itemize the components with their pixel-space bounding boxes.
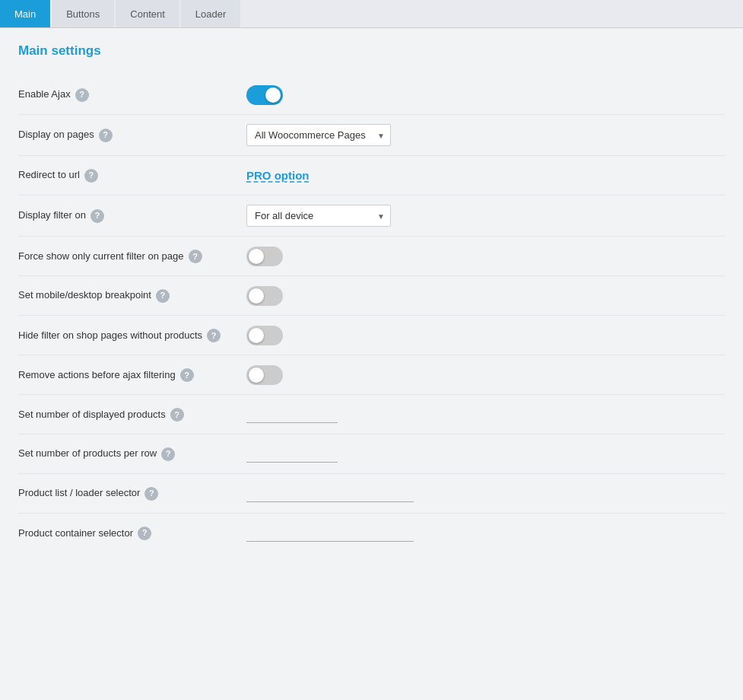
setting-row-hide-filter: Hide filter on shop pages without produc… (18, 316, 725, 355)
force-show-track (246, 247, 283, 266)
redirect-url-control: PRO option (246, 169, 725, 182)
breakpoint-help-icon[interactable]: ? (156, 289, 170, 303)
remove-actions-text: Remove actions before ajax filtering (18, 368, 176, 382)
product-container-selector-label: Product container selector ? (18, 527, 246, 540)
products-per-row-control (246, 446, 725, 463)
product-list-selector-input[interactable] (246, 485, 414, 502)
product-container-selector-text: Product container selector (18, 527, 133, 540)
setting-row-product-container-selector: Product container selector ? (18, 514, 725, 553)
force-show-text: Force show only current filter on page (18, 250, 184, 263)
tab-content[interactable]: Content (116, 0, 179, 27)
display-filter-select-wrapper: For all device Mobile only Desktop only (246, 205, 391, 227)
hide-filter-toggle[interactable] (246, 326, 283, 345)
num-products-text: Set number of displayed products (18, 408, 166, 422)
hide-filter-label: Hide filter on shop pages without produc… (18, 327, 246, 342)
setting-row-product-list-selector: Product list / loader selector ? (18, 474, 725, 514)
remove-actions-track (246, 365, 283, 385)
product-container-selector-help-icon[interactable]: ? (138, 527, 151, 540)
enable-ajax-knob (265, 88, 281, 103)
force-show-toggle[interactable] (246, 247, 283, 266)
num-products-label: Set number of displayed products ? (18, 406, 246, 422)
display-pages-control: All Woocommerce Pages Shop Page Only Cat… (246, 124, 725, 146)
hide-filter-knob (249, 328, 264, 343)
product-container-selector-input[interactable] (246, 525, 414, 542)
redirect-url-label: Redirect to url ? (18, 168, 246, 182)
product-list-selector-text: Product list / loader selector (18, 486, 140, 500)
hide-filter-help-icon[interactable]: ? (207, 329, 221, 342)
products-per-row-help-icon[interactable]: ? (161, 447, 175, 461)
setting-row-force-show: Force show only current filter on page ? (18, 237, 725, 276)
remove-actions-knob (249, 368, 264, 383)
num-products-input[interactable] (246, 406, 338, 423)
display-pages-label: Display on pages ? (18, 128, 246, 142)
remove-actions-help-icon[interactable]: ? (180, 368, 194, 382)
setting-row-enable-ajax: Enable Ajax ? (18, 75, 725, 115)
redirect-url-help-icon[interactable]: ? (84, 169, 98, 183)
enable-ajax-toggle[interactable] (246, 85, 283, 105)
display-pages-help-icon[interactable]: ? (99, 129, 113, 142)
display-filter-label: Display filter on ? (18, 208, 246, 222)
product-container-selector-control (246, 525, 725, 542)
tab-buttons[interactable]: Buttons (52, 0, 114, 27)
products-per-row-text: Set number of products per row (18, 447, 157, 460)
breakpoint-track (246, 286, 283, 306)
breakpoint-label: Set mobile/desktop breakpoint ? (18, 288, 246, 302)
setting-row-remove-actions: Remove actions before ajax filtering ? (18, 355, 725, 395)
force-show-label: Force show only current filter on page ? (18, 248, 246, 263)
remove-actions-toggle[interactable] (246, 365, 283, 385)
force-show-knob (249, 249, 264, 264)
product-list-selector-label: Product list / loader selector ? (18, 486, 246, 500)
display-pages-select-wrapper: All Woocommerce Pages Shop Page Only Cat… (246, 124, 391, 146)
display-pages-select[interactable]: All Woocommerce Pages Shop Page Only Cat… (246, 124, 391, 146)
setting-row-breakpoint: Set mobile/desktop breakpoint ? (18, 276, 725, 316)
product-list-selector-help-icon[interactable]: ? (144, 487, 158, 501)
section-title: Main settings (18, 43, 725, 59)
breakpoint-text: Set mobile/desktop breakpoint (18, 288, 151, 302)
redirect-url-text: Redirect to url (18, 168, 80, 182)
enable-ajax-help-icon[interactable]: ? (75, 88, 89, 102)
tab-main[interactable]: Main (0, 0, 50, 27)
remove-actions-control (246, 365, 725, 385)
force-show-control (246, 247, 725, 266)
settings-panel: Main settings Enable Ajax ? Display on p… (0, 28, 743, 568)
hide-filter-text: Hide filter on shop pages without produc… (18, 329, 202, 342)
display-filter-help-icon[interactable]: ? (90, 209, 104, 223)
setting-row-display-pages: Display on pages ? All Woocommerce Pages… (18, 115, 725, 156)
display-pages-text: Display on pages (18, 128, 94, 142)
enable-ajax-label: Enable Ajax ? (18, 88, 246, 101)
num-products-control (246, 406, 725, 423)
enable-ajax-text: Enable Ajax (18, 88, 71, 101)
display-filter-select[interactable]: For all device Mobile only Desktop only (246, 205, 391, 227)
num-products-help-icon[interactable]: ? (170, 408, 184, 422)
product-list-selector-control (246, 485, 725, 502)
force-show-help-icon[interactable]: ? (189, 250, 202, 263)
breakpoint-toggle[interactable] (246, 286, 283, 306)
setting-row-products-per-row: Set number of products per row ? (18, 434, 725, 474)
breakpoint-knob (249, 288, 264, 304)
remove-actions-label: Remove actions before ajax filtering ? (18, 367, 246, 382)
enable-ajax-control (246, 85, 725, 105)
setting-row-redirect-url: Redirect to url ? PRO option (18, 156, 725, 196)
main-container: Main Buttons Content Loader Main setting… (0, 0, 743, 700)
enable-ajax-track (246, 85, 283, 105)
products-per-row-label: Set number of products per row ? (18, 447, 246, 460)
hide-filter-control (246, 326, 725, 345)
tab-loader[interactable]: Loader (181, 0, 240, 27)
setting-row-num-products: Set number of displayed products ? (18, 395, 725, 434)
display-filter-text: Display filter on (18, 208, 86, 222)
pro-option-link[interactable]: PRO option (246, 169, 310, 182)
products-per-row-input[interactable] (246, 446, 338, 463)
tab-bar: Main Buttons Content Loader (0, 0, 743, 28)
breakpoint-control (246, 286, 725, 306)
setting-row-display-filter: Display filter on ? For all device Mobil… (18, 196, 725, 237)
hide-filter-track (246, 326, 283, 345)
display-filter-control: For all device Mobile only Desktop only (246, 205, 725, 227)
